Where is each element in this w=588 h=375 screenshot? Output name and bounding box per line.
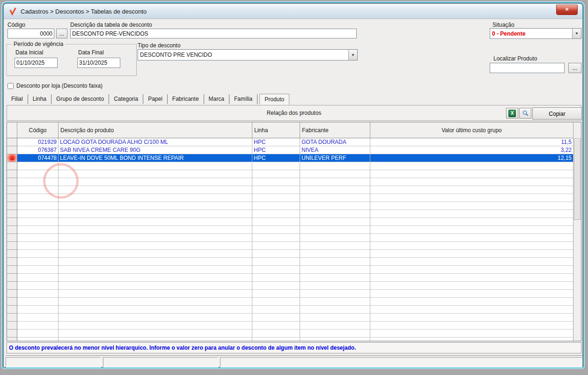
cell-descricao: [59, 162, 252, 170]
cell-linha: [252, 178, 300, 186]
table-row[interactable]: [7, 322, 573, 330]
tipo-desconto-value: DESCONTO PRE VENCIDO: [138, 52, 348, 58]
tab-grupo-de-desconto[interactable]: Grupo de desconto: [51, 94, 109, 104]
table-row[interactable]: [7, 330, 573, 338]
data-final-input[interactable]: [77, 58, 120, 68]
tab-fabricante[interactable]: Fabricante: [168, 94, 204, 104]
status-bar: [6, 355, 582, 368]
search-button[interactable]: [519, 108, 531, 119]
tab-marca[interactable]: Marca: [204, 94, 229, 104]
cell-fabricante: [300, 242, 370, 250]
table-row[interactable]: [7, 298, 573, 306]
tab-papel[interactable]: Papel: [143, 94, 168, 104]
data-inicial-label: Data Inicial: [15, 49, 43, 56]
table-row[interactable]: [7, 218, 573, 226]
cell-linha: [252, 330, 300, 338]
table-row[interactable]: [7, 250, 573, 258]
cell-codigo: [17, 322, 59, 330]
cell-fabricante: [300, 290, 370, 298]
grid-body: 021929 LOCAO GOTA DOURADA ALHO C/100 ML …: [7, 138, 573, 341]
codigo-label: Código: [7, 22, 25, 28]
cell-descricao: [59, 218, 252, 226]
cell-codigo: [17, 282, 59, 290]
cell-valor: [370, 314, 573, 322]
tab-familia[interactable]: Família: [229, 94, 257, 104]
situacao-dropdown-icon[interactable]: ▼: [572, 29, 581, 38]
app-logo-check-icon: [8, 7, 17, 15]
magnifier-icon: [522, 110, 529, 117]
cell-valor: [370, 226, 573, 234]
table-row[interactable]: [7, 314, 573, 322]
cell-fabricante: [300, 314, 370, 322]
cell-descricao: [59, 202, 252, 210]
tipo-desconto-dropdown-icon[interactable]: ▼: [348, 50, 357, 60]
cell-fabricante: [300, 338, 370, 341]
table-row[interactable]: 076387 SAB NIVEA CREME CARE 90G HPC NIVE…: [7, 146, 573, 154]
periodo-legend: Período de vigência: [12, 41, 65, 47]
table-row[interactable]: → 074478 LEAVE-IN DOVE 50ML BOND INTENSE…: [7, 154, 573, 162]
cell-valor: [370, 186, 573, 194]
cell-descricao: [59, 258, 252, 266]
cell-linha: [252, 314, 300, 322]
table-row[interactable]: [7, 210, 573, 218]
row-indicator: [7, 250, 17, 258]
cell-linha: [252, 322, 300, 330]
copiar-button[interactable]: Copiar: [532, 107, 582, 120]
tab-filial[interactable]: Filial: [7, 94, 28, 104]
grid-vertical-scrollbar[interactable]: [573, 122, 581, 341]
table-row[interactable]: [7, 202, 573, 210]
table-row[interactable]: 021929 LOCAO GOTA DOURADA ALHO C/100 ML …: [7, 138, 573, 146]
scrollbar-thumb[interactable]: [574, 138, 581, 220]
table-row[interactable]: [7, 162, 573, 170]
table-row[interactable]: [7, 170, 573, 178]
cell-codigo: [17, 258, 59, 266]
table-row[interactable]: [7, 290, 573, 298]
tab-produto[interactable]: Produto: [259, 94, 289, 105]
table-row[interactable]: [7, 226, 573, 234]
tab-categoria[interactable]: Categoria: [109, 94, 143, 104]
table-row[interactable]: [7, 194, 573, 202]
table-row[interactable]: [7, 274, 573, 282]
table-row[interactable]: [7, 234, 573, 242]
desconto-loja-checkbox[interactable]: [7, 83, 14, 89]
cell-linha: HPC: [252, 146, 300, 154]
cell-valor: [370, 322, 573, 330]
tipo-desconto-select[interactable]: DESCONTO PRE VENCIDO ▼: [138, 49, 358, 60]
cell-descricao: LOCAO GOTA DOURADA ALHO C/100 ML: [59, 138, 252, 146]
cell-linha: [252, 298, 300, 306]
table-row[interactable]: [7, 338, 573, 341]
cell-codigo: [17, 218, 59, 226]
table-row[interactable]: [7, 178, 573, 186]
tab-linha[interactable]: Linha: [28, 94, 51, 104]
hint-bar: O desconto prevalecerá no menor nível hi…: [7, 342, 581, 353]
table-row[interactable]: [7, 258, 573, 266]
table-row[interactable]: [7, 282, 573, 290]
cell-fabricante: [300, 186, 370, 194]
codigo-input[interactable]: [7, 29, 54, 38]
tipo-desconto-label: Tipo de desconto: [138, 42, 181, 49]
table-row[interactable]: [7, 306, 573, 314]
export-excel-button[interactable]: X: [506, 108, 518, 119]
table-row[interactable]: [7, 266, 573, 274]
codigo-browse-button[interactable]: ...: [56, 29, 67, 38]
cell-fabricante: [300, 178, 370, 186]
cell-descricao: LEAVE-IN DOVE 50ML BOND INTENSE REPAIR: [59, 154, 252, 162]
table-row[interactable]: [7, 186, 573, 194]
grid-header-row: Código Descrição do produto Linha Fabric…: [7, 122, 573, 138]
cell-codigo: [17, 330, 59, 338]
situacao-select[interactable]: 0 - Pendente ▼: [490, 28, 581, 39]
descricao-input[interactable]: [70, 29, 357, 38]
localizar-produto-input[interactable]: [490, 63, 565, 73]
cell-valor: [370, 194, 573, 202]
localizar-produto-browse-button[interactable]: ...: [568, 63, 581, 73]
data-inicial-input[interactable]: [15, 58, 58, 68]
desconto-loja-checkbox-row[interactable]: Desconto por loja (Desconto faixa): [7, 82, 103, 89]
table-row[interactable]: [7, 242, 573, 250]
cell-codigo: [17, 250, 59, 258]
cell-descricao: [59, 330, 252, 338]
cell-linha: [252, 162, 300, 170]
cell-descricao: [59, 242, 252, 250]
cell-valor: [370, 218, 573, 226]
row-indicator: →: [7, 154, 17, 162]
close-button[interactable]: ×: [556, 5, 578, 15]
